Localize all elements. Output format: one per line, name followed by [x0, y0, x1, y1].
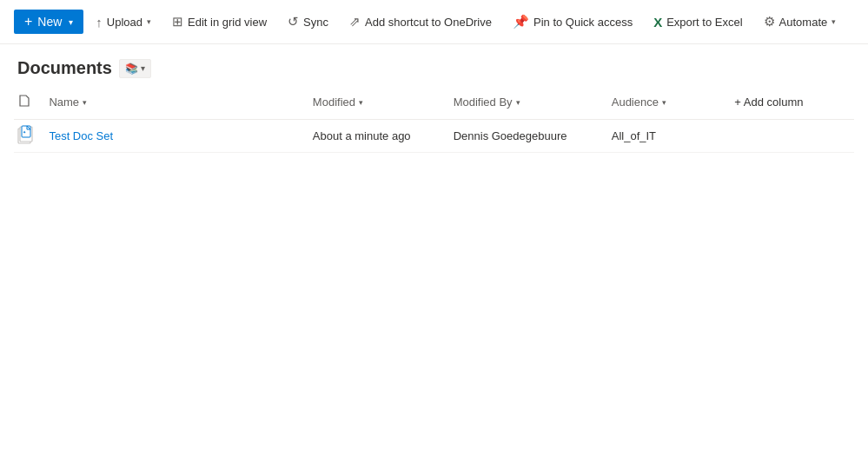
grid-icon: ⊞ — [172, 14, 183, 30]
pin-quick-access-label: Pin to Quick access — [533, 16, 633, 29]
export-excel-label: Export to Excel — [666, 16, 742, 29]
modified-value: About a minute ago — [313, 129, 411, 142]
sync-label: Sync — [303, 16, 328, 29]
modified-by-column-header[interactable]: Modified By ▾ — [450, 85, 608, 120]
audience-header-label: Audience — [612, 96, 659, 109]
new-chevron-icon: ▾ — [69, 17, 73, 27]
row-name-cell: Test Doc Set — [45, 120, 308, 153]
documents-table: Name ▾ Modified ▾ Modified By ▾ — [14, 85, 854, 153]
file-name-link[interactable]: Test Doc Set — [49, 129, 113, 142]
row-modified-cell: About a minute ago — [309, 120, 450, 153]
library-icon: 📚 — [125, 63, 138, 75]
plus-icon: + — [24, 15, 32, 29]
modified-by-header-label: Modified By — [454, 96, 513, 109]
add-shortcut-button[interactable]: ⇗ Add shortcut to OneDrive — [341, 9, 500, 35]
add-column-button[interactable]: + Add column — [734, 92, 803, 112]
automate-button[interactable]: ⚙ Automate ▾ — [755, 9, 845, 35]
modified-by-value: Dennis Goedegebuure — [454, 129, 567, 142]
add-column-header[interactable]: + Add column — [731, 85, 854, 120]
audience-value: All_of_IT — [612, 129, 656, 142]
upload-label: Upload — [107, 16, 142, 29]
view-options-button[interactable]: 📚 ▾ — [119, 59, 151, 78]
toolbar: + New ▾ ↑ Upload ▾ ⊞ Edit in grid view ↺… — [0, 0, 868, 44]
pin-quick-access-button[interactable]: 📌 Pin to Quick access — [504, 9, 641, 35]
page-title: Documents — [17, 58, 112, 78]
shortcut-icon: ⇗ — [349, 14, 361, 30]
row-extra-cell — [731, 120, 854, 153]
page-header: Documents 📚 ▾ — [0, 44, 868, 85]
automate-label: Automate — [779, 16, 828, 29]
sync-button[interactable]: ↺ Sync — [279, 9, 337, 35]
modified-sort-icon: ▾ — [359, 98, 363, 107]
automate-chevron-icon: ▾ — [832, 17, 836, 26]
excel-icon: X — [653, 15, 662, 30]
table-row: ✦ Test Doc Set About a minute ago Dennis… — [14, 120, 854, 153]
new-button[interactable]: + New ▾ — [14, 10, 83, 34]
add-shortcut-label: Add shortcut to OneDrive — [365, 16, 492, 29]
doc-set-icon: ✦ — [17, 125, 33, 144]
select-all-header — [14, 85, 45, 120]
row-icon-cell: ✦ — [14, 120, 45, 153]
edit-grid-button[interactable]: ⊞ Edit in grid view — [163, 9, 275, 35]
new-button-label: New — [37, 15, 62, 29]
upload-icon: ↑ — [96, 15, 103, 30]
modified-column-header[interactable]: Modified ▾ — [309, 85, 450, 120]
row-audience-cell: All_of_IT — [608, 120, 732, 153]
row-modified-by-cell: Dennis Goedegebuure — [450, 120, 608, 153]
add-column-label: + Add column — [734, 96, 803, 109]
modified-header-label: Modified — [313, 96, 355, 109]
svg-text:✦: ✦ — [23, 129, 26, 135]
modified-by-sort-icon: ▾ — [516, 98, 520, 107]
edit-grid-label: Edit in grid view — [188, 16, 267, 29]
file-type-header-icon — [17, 94, 31, 108]
audience-column-header[interactable]: Audience ▾ — [608, 85, 732, 120]
sync-icon: ↺ — [288, 14, 299, 30]
view-chevron-icon: ▾ — [141, 63, 145, 73]
export-excel-button[interactable]: X Export to Excel — [645, 10, 751, 35]
upload-button[interactable]: ↑ Upload ▾ — [87, 10, 160, 35]
name-sort-icon: ▾ — [83, 98, 87, 107]
pin-icon: 📌 — [513, 14, 529, 30]
file-table-container: Name ▾ Modified ▾ Modified By ▾ — [0, 85, 868, 153]
upload-chevron-icon: ▾ — [147, 17, 151, 26]
audience-sort-icon: ▾ — [662, 98, 666, 107]
name-column-header[interactable]: Name ▾ — [45, 85, 308, 120]
automate-icon: ⚙ — [764, 14, 775, 30]
name-header-label: Name — [49, 96, 79, 109]
